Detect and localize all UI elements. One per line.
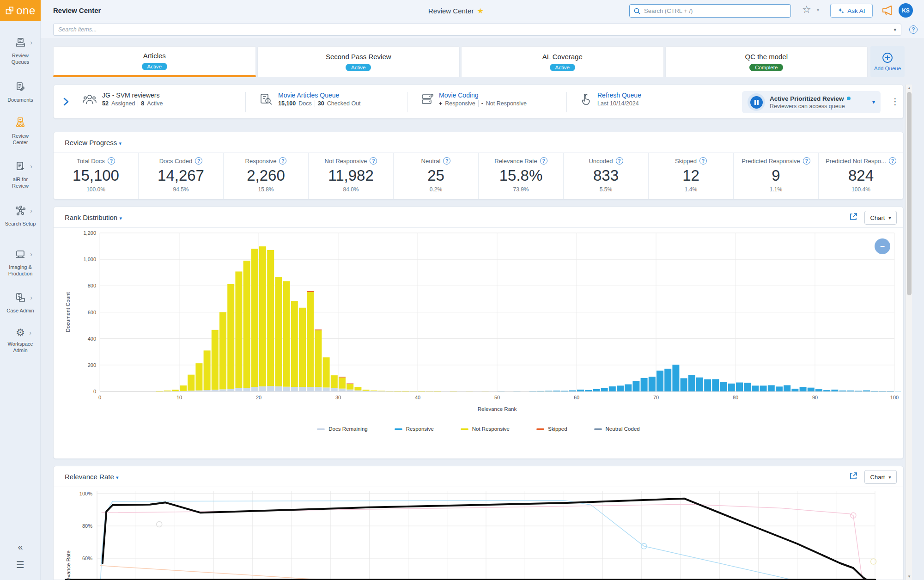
search-setup-icon [15,205,26,216]
global-search[interactable] [629,4,791,18]
svg-text:400: 400 [88,336,96,342]
expand-queue-chevron-icon[interactable] [63,97,69,108]
items-search-input[interactable] [58,26,894,33]
help-icon[interactable]: ? [909,25,918,34]
sidebar-menu-button[interactable]: ☰ [0,559,41,570]
favorites-caret-icon[interactable]: ▾ [817,7,819,12]
checked-out-count: 30 [318,100,324,107]
help-icon[interactable]: ? [889,157,896,165]
items-search[interactable]: ▾ [53,24,901,36]
imaging-production-icon [15,249,26,260]
items-search-caret-icon[interactable]: ▾ [894,27,896,33]
scroll-down-icon[interactable]: ▼ [906,574,912,579]
export-chart-icon[interactable] [849,471,858,482]
refresh-summary: Refresh Queue Last 10/14/2024 [580,92,641,107]
relevance-rate-chart[interactable]: 100%80%60%Relevance Rate [54,487,903,580]
chart-legend: Docs RemainingResponsiveNot ResponsiveSk… [54,426,903,432]
sidebar-collapse-button[interactable]: « [0,542,41,552]
rank-distribution-card: Rank Distribution ▾ Chart ▾ 020040060080… [53,207,904,459]
help-icon[interactable]: ? [616,157,623,165]
legend-item[interactable]: Responsive [395,426,434,432]
legend-label: Responsive [406,426,434,432]
chevron-right-icon: › [30,207,32,214]
relevance-chart-type-select[interactable]: Chart ▾ [864,470,897,484]
sidebar-item-review-queues[interactable]: › Review Queues [0,37,41,65]
help-icon[interactable]: ? [370,157,377,165]
legend-label: Neutral Coded [606,426,640,432]
scrollbar-thumb[interactable] [907,92,912,295]
queue-options-kebab-icon[interactable]: ⋮ [891,96,900,107]
stat-value: 12 [649,167,733,184]
rank-chart-type-select[interactable]: Chart ▾ [864,211,897,225]
favorites-icon[interactable]: ☆ [802,4,811,16]
legend-item[interactable]: Neutral Coded [594,426,640,432]
sidebar-item-search-setup[interactable]: › Search Setup [0,205,41,227]
stat-value: 11,982 [309,167,393,184]
tab-status-badge: Active [142,63,167,70]
queue-name-link[interactable]: Movie Articles Queue [278,92,361,99]
help-icon[interactable]: ? [443,157,450,165]
help-icon[interactable]: ? [699,157,707,165]
tab-label: QC the model [745,53,788,61]
caret-down-icon: ▾ [888,215,891,220]
stat-column: Skipped?121.4% [648,153,733,199]
tab-qc-the-model[interactable]: QC the model Complete [665,46,868,77]
page-scrollbar[interactable]: ▲ ▼ [906,85,912,580]
status-caret-icon[interactable]: ▾ [872,99,875,105]
legend-item[interactable]: Skipped [536,426,567,432]
sidebar-item-case-admin[interactable]: › Case Admin [0,292,41,314]
refresh-queue-link[interactable]: Refresh Queue [597,92,641,99]
help-icon[interactable]: ? [195,157,202,165]
ask-ai-label: Ask AI [847,7,865,14]
queue-status-dropdown[interactable]: Active Prioritized Review Reviewers can … [742,91,881,113]
stat-value: 15.8% [479,167,563,184]
air-review-icon [15,161,26,172]
add-queue-label: Add Queue [874,66,901,71]
legend-item[interactable]: Not Responsive [461,426,510,432]
pause-button[interactable] [748,93,765,111]
checked-out-label: Checked Out [327,100,361,107]
sidebar-item-documents[interactable]: › Documents [0,81,41,103]
avatar[interactable]: KS [899,3,913,18]
sparkle-icon [838,7,845,14]
page-title: Review Center [53,6,101,14]
coding-layout-link[interactable]: Movie Coding [439,92,527,99]
tab-articles[interactable]: Articles Active [53,46,256,77]
app-logo[interactable]: one [0,0,41,21]
svg-text:60: 60 [574,395,579,400]
announcements-icon[interactable] [880,4,893,18]
help-icon[interactable]: ? [108,157,115,165]
relevance-rate-title[interactable]: Relevance Rate ▾ [65,473,118,481]
svg-text:Relevance Rate: Relevance Rate [66,550,71,580]
sidebar-item-workspace-admin[interactable]: ⚙› Workspace Admin [0,327,41,354]
legend-item[interactable]: Docs Remaining [317,426,367,432]
help-icon[interactable]: ? [540,157,547,165]
svg-text:20: 20 [256,395,261,400]
review-progress-title[interactable]: Review Progress ▾ [65,139,122,147]
chart-zoom-out-button[interactable]: − [875,238,890,254]
reviewer-group-name: JG - SVM reviewers [102,92,163,99]
help-icon[interactable]: ? [279,157,286,165]
stat-label: Responsive [245,158,277,165]
sidebar-item-air-for-review[interactable]: › aiR for Review [0,161,41,189]
scroll-up-icon[interactable]: ▲ [906,86,912,90]
svg-text:10: 10 [176,395,182,400]
divider [407,92,407,112]
favorite-star-icon[interactable]: ★ [477,6,483,15]
tab-second-pass-review[interactable]: Second Pass Review Active [257,46,460,77]
tab-al-coverage[interactable]: AL Coverage Active [461,46,664,77]
sidebar-item-review-center[interactable]: Review Center [0,116,41,146]
export-chart-icon[interactable] [849,212,858,223]
svg-text:Document Count: Document Count [65,292,71,332]
chart-select-label: Chart [870,214,885,221]
add-queue-button[interactable]: Add Queue [870,46,905,77]
help-icon[interactable]: ? [803,157,810,165]
stat-percent: 100.0% [54,186,138,193]
stat-percent: 100.4% [819,186,903,193]
sidebar-item-imaging-production[interactable]: › Imaging & Production [0,249,41,277]
rank-distribution-chart[interactable]: 02004006008001,0001,20001020304050607080… [56,229,901,423]
global-search-input[interactable] [644,7,787,14]
tab-label: Second Pass Review [326,53,391,61]
rank-distribution-title[interactable]: Rank Distribution ▾ [65,214,122,221]
ask-ai-button[interactable]: Ask AI [830,4,873,18]
